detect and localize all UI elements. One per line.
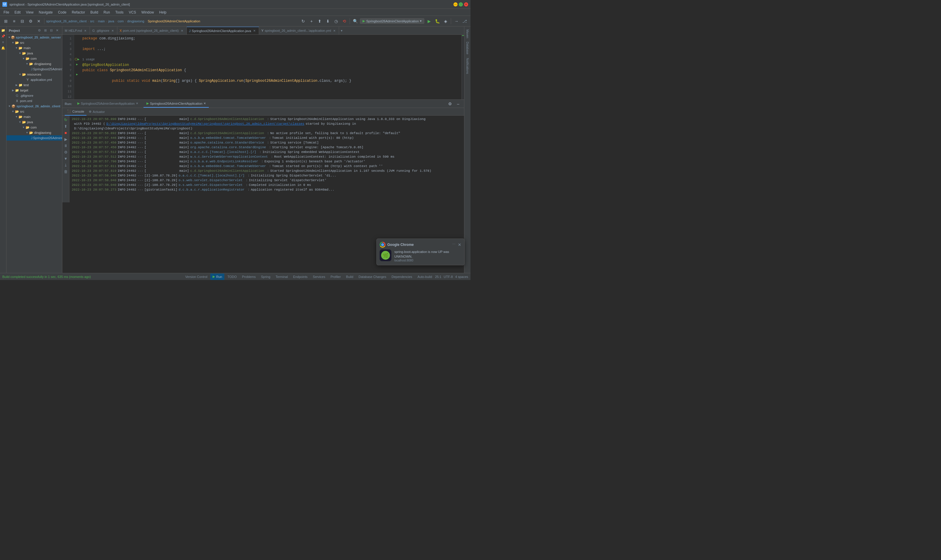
sidebar-item-main2[interactable]: ▼ 📂 main: [6, 114, 62, 119]
status-tab-endpoints[interactable]: Endpoints: [291, 274, 310, 280]
status-tab-todo[interactable]: TODO: [225, 274, 239, 280]
profile-button[interactable]: ◈: [442, 18, 449, 25]
breadcrumb-project[interactable]: springboot_26_admin_client: [46, 19, 87, 23]
toolbar-nav-forward[interactable]: →: [453, 18, 460, 25]
close-button[interactable]: ✕: [464, 2, 468, 6]
toolbar-search-btn[interactable]: 🔍: [352, 18, 359, 25]
run-gutter-icon-9[interactable]: ▶: [76, 72, 78, 77]
tab-pom[interactable]: X pom.xml (springboot_26_admin_client) ✕: [117, 27, 187, 34]
toolbar-history-btn[interactable]: ◷: [332, 18, 340, 25]
status-tab-auto-build[interactable]: Auto-build: [415, 274, 435, 280]
toolbar-update-btn[interactable]: ⬇: [324, 18, 331, 25]
toolbar-sync-btn[interactable]: ↻: [300, 18, 307, 25]
sidebar-item-yml1[interactable]: ▶ Y application.yml: [6, 77, 62, 82]
run-btn-resume[interactable]: ▶: [63, 136, 69, 142]
breadcrumb-main[interactable]: main: [98, 19, 105, 23]
maximize-button[interactable]: □: [459, 2, 463, 6]
run-btn-stop[interactable]: ■: [63, 130, 69, 135]
sidebar-close[interactable]: ✕: [54, 28, 60, 33]
menu-file[interactable]: File: [1, 10, 11, 15]
tab-yml-close[interactable]: ✕: [332, 29, 337, 33]
sidebar-item-src2[interactable]: ▼ 📂 src: [6, 109, 62, 114]
menu-refactor[interactable]: Refactor: [69, 10, 87, 15]
run-btn-up[interactable]: ⬆: [63, 123, 69, 129]
tab-appyml[interactable]: Y springboot_26_admin_client\...\applica…: [259, 27, 339, 34]
notif-menu-btn[interactable]: ⋯: [452, 242, 455, 247]
toolbar-git-icon[interactable]: ⎇: [461, 18, 468, 25]
status-tab-profiler[interactable]: Profiler: [328, 274, 343, 280]
toolbar-revert-btn[interactable]: ⟲: [341, 18, 348, 25]
run-btn-restart[interactable]: ↻: [63, 117, 69, 123]
left-tool-project[interactable]: 📁: [1, 28, 6, 33]
toolbar-project-btn[interactable]: ⊞: [2, 18, 9, 25]
run-tab-client[interactable]: ▶ Springboot26AdminClientApplication ✕: [143, 100, 209, 108]
menu-navigate[interactable]: Navigate: [37, 10, 55, 15]
tab-help-close[interactable]: ✕: [83, 29, 87, 33]
notif-close-btn[interactable]: ✕: [458, 242, 461, 247]
run-btn-pause[interactable]: ⏸: [63, 143, 69, 149]
sidebar-item-com2[interactable]: ▼ 📂 com: [6, 125, 62, 130]
status-tab-spring[interactable]: Spring: [258, 274, 272, 280]
window-controls[interactable]: — □ ✕: [454, 2, 468, 6]
sidebar-gear[interactable]: ⚙: [37, 28, 42, 33]
tab-actuator[interactable]: ⊕ Actuator: [86, 108, 107, 115]
toolbar-add-btn[interactable]: +: [308, 18, 315, 25]
breadcrumb-src[interactable]: src: [90, 19, 94, 23]
tab-gitignore[interactable]: G .gitignore ✕: [90, 27, 117, 34]
breadcrumb-class[interactable]: Springboot26AdminClientApplication: [148, 19, 200, 23]
status-tab-build[interactable]: Build: [344, 274, 355, 280]
status-tab-problems[interactable]: Problems: [240, 274, 258, 280]
toolbar-btn-2[interactable]: ⊟: [19, 18, 26, 25]
run-tab-server-close[interactable]: ✕: [136, 102, 138, 105]
status-tab-dependencies[interactable]: Dependencies: [389, 274, 414, 280]
sidebar-item-com1[interactable]: ▼ 📂 com: [6, 56, 62, 61]
editor-scrollbar[interactable]: [462, 35, 464, 99]
toolbar-btn-1[interactable]: ≡: [11, 18, 18, 25]
tab-pom-close[interactable]: ✕: [180, 29, 184, 33]
toolbar-close-btn[interactable]: ✕: [35, 18, 42, 25]
sidebar-expand[interactable]: ⊞: [43, 28, 48, 33]
menu-view[interactable]: View: [23, 10, 36, 15]
tab-git-close[interactable]: ✕: [111, 29, 115, 33]
sidebar-item-app2[interactable]: ▶ J Springboot26AdminClientApplication: [6, 135, 62, 141]
tab-overflow-btn[interactable]: ▾: [339, 27, 344, 34]
right-tab-notifications[interactable]: Notifications: [465, 56, 470, 75]
menu-help[interactable]: Help: [157, 10, 169, 15]
status-tab-vc[interactable]: Version Control: [183, 274, 210, 280]
right-tab-database[interactable]: Database: [465, 40, 470, 56]
annotation-gutter-icon[interactable]: ⬡: [75, 57, 78, 62]
left-tool-notifications[interactable]: 🔔: [1, 45, 6, 51]
toolbar-commit-btn[interactable]: ⬆: [316, 18, 323, 25]
run-gutter-icon-7[interactable]: ▶: [76, 62, 78, 67]
menu-build[interactable]: Build: [88, 10, 101, 15]
breadcrumb-com[interactable]: com: [118, 19, 124, 23]
tab-console[interactable]: ⬛ Console: [65, 108, 86, 115]
status-tab-terminal[interactable]: Terminal: [273, 274, 290, 280]
toolbar-settings-btn[interactable]: ⚙: [27, 18, 34, 25]
sidebar-item-target1[interactable]: ▶ 📁 target: [6, 88, 62, 93]
menu-vcs[interactable]: VCS: [126, 10, 138, 15]
run-settings-btn[interactable]: ⚙: [446, 100, 454, 107]
left-tool-structure[interactable]: ≡: [1, 39, 6, 45]
sidebar-item-res1[interactable]: ▼ 📂 resources: [6, 72, 62, 77]
sidebar-item-ding1[interactable]: ▼ 📂 dingjiaxiong: [6, 61, 62, 66]
sidebar-item-pom1[interactable]: ▶ X pom.xml: [6, 98, 62, 103]
sidebar-item-src1[interactable]: ▼ 📂 src: [6, 40, 62, 45]
run-config-dropdown[interactable]: ▶ Springboot26AdminClientApplication ▾: [360, 18, 424, 24]
debug-button[interactable]: 🐛: [434, 18, 441, 25]
tab-main-java[interactable]: J Springboot26AdminClientApplication.jav…: [187, 27, 259, 34]
menu-run[interactable]: Run: [101, 10, 112, 15]
sidebar-item-test1[interactable]: ▶ 📁 test: [6, 82, 62, 88]
run-btn-scroll[interactable]: ⤓: [63, 162, 69, 168]
left-tool-bookmark[interactable]: 📌: [1, 34, 6, 39]
code-content[interactable]: package com.dingjiaxiong; import ...; 1 …: [80, 35, 462, 99]
sidebar-item-server[interactable]: ▼ 📦 springboot_25_admin_server: [6, 35, 62, 40]
run-btn-filter[interactable]: ▼: [63, 155, 69, 162]
menu-window[interactable]: Window: [139, 10, 157, 15]
status-tab-run[interactable]: ▶ Run: [210, 274, 224, 280]
tab-help[interactable]: M HELP.md ✕: [62, 27, 90, 34]
menu-edit[interactable]: Edit: [12, 10, 23, 15]
status-tab-db-changes[interactable]: Database Changes: [356, 274, 389, 280]
run-btn-clear[interactable]: 🗑: [63, 169, 69, 174]
minimize-button[interactable]: —: [454, 2, 458, 6]
